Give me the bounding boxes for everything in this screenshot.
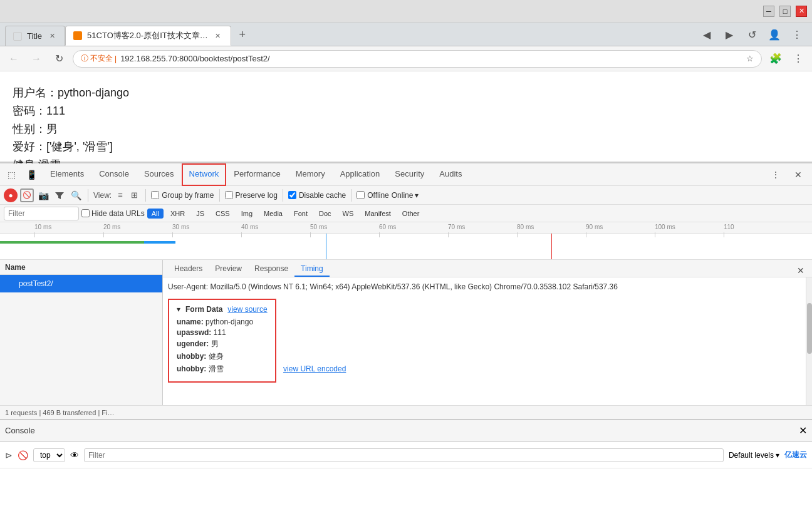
extensions-icon[interactable]: 🧩 — [767, 50, 784, 68]
filter-css-button[interactable]: CSS — [211, 209, 234, 219]
filter-ws-button[interactable]: WS — [338, 209, 358, 219]
minimize-button[interactable]: ─ — [763, 6, 774, 17]
filter-icon[interactable] — [53, 188, 66, 202]
offline-checkbox[interactable]: Offline — [357, 191, 388, 200]
browser-reload[interactable]: ↺ — [743, 26, 761, 43]
filter-img-button[interactable]: Img — [237, 209, 257, 219]
tab-close-icon[interactable]: ✕ — [47, 31, 57, 41]
view-source-link[interactable]: view source — [227, 305, 267, 314]
watermark: 亿速云 — [784, 450, 807, 460]
tick-80ms: 80 ms — [517, 224, 534, 230]
form-data-row-upasswd: upasswd: 111 — [177, 328, 268, 337]
view-list-icon[interactable]: ≡ — [114, 189, 127, 202]
timeline-bar-blue — [144, 241, 175, 244]
tab-elements[interactable]: Elements — [43, 163, 91, 186]
status-text: 1 requests | 469 B transferred | Fi… — [5, 409, 114, 416]
devtools-inspect-icon[interactable]: ⬚ — [3, 166, 20, 183]
view-grid-icon[interactable]: ⊞ — [128, 189, 140, 202]
preserve-log-input[interactable] — [225, 191, 233, 199]
browser-menu[interactable]: ⋮ — [788, 26, 806, 43]
tab-application[interactable]: Application — [333, 163, 388, 186]
stop-recording-button[interactable]: 🚫 — [20, 188, 34, 202]
camera-icon[interactable]: 📷 — [36, 188, 50, 202]
tab-network[interactable]: Network — [182, 163, 227, 186]
security-indicator: ⓘ 不安全 | — [81, 53, 117, 64]
details-close-button[interactable]: ✕ — [794, 264, 807, 277]
console-close-button[interactable]: ✕ — [799, 425, 807, 436]
request-item[interactable]: postTest2/ — [0, 275, 162, 292]
url-bar[interactable]: ⓘ 不安全 | 192.168.255.70:8000/booktest/pos… — [73, 50, 762, 68]
tab-audits[interactable]: Audits — [432, 163, 469, 186]
form-data-value-ugender: 男 — [211, 339, 219, 348]
group-by-frame-checkbox[interactable]: Group by frame — [151, 191, 214, 200]
filter-js-button[interactable]: JS — [192, 209, 209, 219]
details-tab-response[interactable]: Response — [248, 262, 294, 277]
view-url-encoded-link[interactable]: view URL encoded — [283, 364, 346, 373]
tab-close-51cto-icon[interactable]: ✕ — [213, 31, 223, 41]
disable-cache-checkbox[interactable]: Disable cache — [288, 191, 346, 200]
tab-51cto[interactable]: 51CTO博客2.0-原创IT技术文章… ✕ — [65, 26, 231, 46]
console-stop-icon[interactable]: 🚫 — [18, 450, 28, 460]
search-icon[interactable]: 🔍 — [69, 188, 83, 202]
maximize-button[interactable]: □ — [779, 6, 791, 17]
page-line1: 用户名：python-django — [13, 84, 799, 102]
console-eye-icon[interactable]: 👁 — [70, 450, 79, 460]
more-options-icon[interactable]: ⋮ — [789, 50, 807, 68]
tab-memory[interactable]: Memory — [288, 163, 333, 186]
filter-all-button[interactable]: All — [147, 209, 164, 219]
hide-data-urls-checkbox[interactable]: Hide data URLs — [81, 209, 145, 218]
form-data-value-uhobby2: 滑雪 — [209, 364, 224, 373]
console-context-select[interactable]: top — [33, 448, 65, 462]
details-tab-timing[interactable]: Timing — [294, 262, 330, 277]
devtools-mobile-icon[interactable]: 📱 — [23, 166, 40, 183]
profile-icon[interactable]: 👤 — [766, 26, 783, 43]
form-data-title: Form Data — [185, 305, 222, 314]
disable-cache-input[interactable] — [288, 191, 296, 199]
filter-media-button[interactable]: Media — [259, 209, 287, 219]
form-data-row-uhobby1: uhobby: 健身 — [177, 351, 268, 362]
filter-manifest-button[interactable]: Manifest — [360, 209, 395, 219]
details-scrollbar[interactable] — [806, 277, 812, 405]
tab-security[interactable]: Security — [387, 163, 432, 186]
request-list: Name postTest2/ — [0, 260, 163, 405]
devtools-close-icon[interactable]: ✕ — [789, 166, 807, 183]
form-data-key-uhobby1: uhobby: — [177, 352, 206, 361]
user-agent-value: Mozilla/5.0 (Windows NT 6.1; Win64; x64)… — [210, 282, 618, 291]
new-tab-button[interactable]: + — [234, 26, 251, 43]
devtools-more-icon[interactable]: ⋮ — [767, 166, 784, 183]
group-by-frame-input[interactable] — [151, 191, 159, 199]
filter-xhr-button[interactable]: XHR — [166, 209, 189, 219]
filter-doc-button[interactable]: Doc — [315, 209, 336, 219]
form-data-value-uname: python-django — [206, 317, 253, 326]
devtools-end-buttons: ⋮ ✕ — [767, 166, 809, 183]
console-execute-icon[interactable]: ⊳ — [5, 450, 13, 460]
reload-button[interactable]: ↻ — [50, 50, 68, 68]
timeline-line-blue — [326, 234, 326, 260]
filter-input[interactable] — [4, 207, 79, 220]
network-toolbar: ● 🚫 📷 🔍 View: ≡ ⊞ Group by frame Preserv… — [0, 186, 812, 205]
offline-input[interactable] — [357, 191, 365, 199]
form-data-value-upasswd: 111 — [214, 328, 226, 337]
bookmark-icon[interactable]: ☆ — [746, 54, 754, 63]
page-content: 用户名：python-django 密码：111 性别：男 爱好：['健身', … — [0, 71, 812, 162]
browser-forward-nav[interactable]: ▶ — [721, 26, 738, 43]
tab-console[interactable]: Console — [91, 163, 137, 186]
console-levels-select[interactable]: Default levels ▾ — [729, 451, 779, 460]
console-filter-input[interactable] — [84, 448, 724, 462]
toolbar-divider4 — [283, 189, 283, 202]
tick-110: 110 — [724, 224, 734, 230]
form-data-key-uname: uname: — [177, 317, 204, 326]
throttle-select[interactable]: Online ▾ — [392, 191, 419, 200]
tab-performance[interactable]: Performance — [226, 163, 288, 186]
tab-title[interactable]: Title ✕ — [5, 26, 65, 46]
filter-other-button[interactable]: Other — [398, 209, 424, 219]
tab-sources[interactable]: Sources — [137, 163, 182, 186]
hide-data-urls-input[interactable] — [81, 209, 90, 217]
filter-font-button[interactable]: Font — [289, 209, 312, 219]
record-button[interactable]: ● — [4, 188, 18, 202]
details-tab-headers[interactable]: Headers — [168, 262, 209, 277]
preserve-log-checkbox[interactable]: Preserve log — [225, 191, 278, 200]
close-button[interactable]: ✕ — [796, 6, 807, 17]
browser-back-nav[interactable]: ◀ — [698, 26, 716, 43]
details-tab-preview[interactable]: Preview — [209, 262, 248, 277]
